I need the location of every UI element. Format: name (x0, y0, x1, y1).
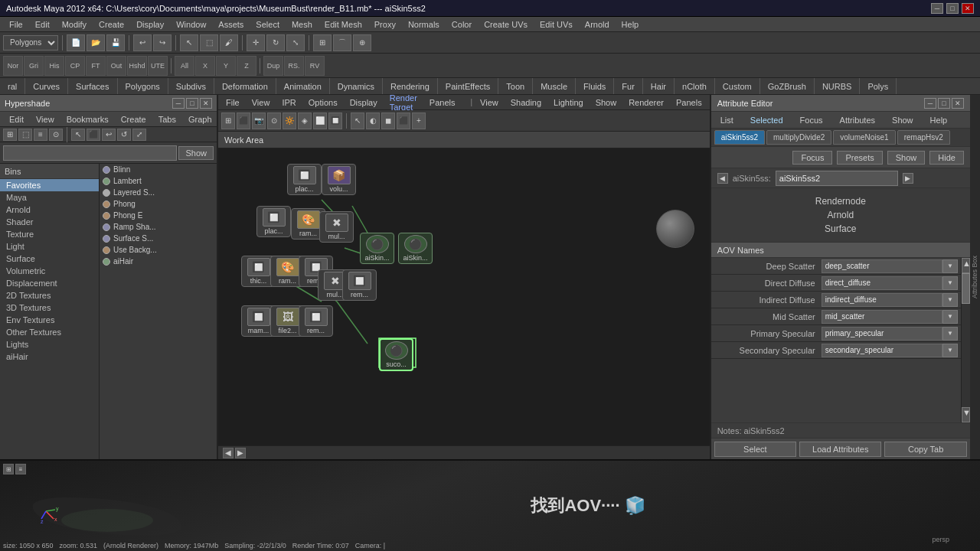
hs-list-aihair[interactable]: aiHair (0, 350, 99, 363)
vp-tb-btn6[interactable]: ◈ (298, 112, 312, 129)
tb-open[interactable]: 📂 (87, 34, 105, 51)
hs-menu-create[interactable]: Create (115, 113, 152, 126)
vp-tb-btn4[interactable]: ⊙ (267, 112, 281, 129)
tb-select[interactable]: ↖ (180, 34, 198, 51)
node-plac2[interactable]: 🔲 plac... (256, 206, 291, 237)
aov-secondary-specular-dropdown[interactable]: ▼ (942, 344, 958, 357)
hs-tb-btn5[interactable]: ↖ (71, 129, 85, 141)
node-aiskin2[interactable]: ⚫ aiSkin... (398, 233, 433, 264)
view-menu-view2[interactable]: View (475, 97, 503, 108)
shelf-ncloth[interactable]: nCloth (675, 78, 715, 94)
view-menu-renderer[interactable]: Renderer (624, 97, 668, 108)
view-menu-display[interactable]: Display (345, 97, 382, 108)
attr-tab-show[interactable]: Show (886, 114, 920, 126)
hs-list-favorites[interactable]: Favorites (0, 179, 99, 191)
shelf-surfaces[interactable]: Surfaces (68, 78, 117, 94)
shelf-toon[interactable]: Toon (498, 78, 533, 94)
menu-select[interactable]: Select (250, 18, 286, 31)
menu-window[interactable]: Window (170, 18, 212, 31)
tb2-z[interactable]: Z (237, 56, 256, 76)
view-menu-render-target[interactable]: Render Target (385, 93, 422, 112)
vp-tb-btn7[interactable]: ⬜ (313, 112, 327, 129)
menu-create[interactable]: Create (93, 18, 130, 31)
tb-snap-curve[interactable]: ⌒ (333, 34, 351, 51)
shape-select[interactable]: Polygons (3, 35, 58, 51)
shelf-custom[interactable]: Custom (715, 78, 760, 94)
tb2-all[interactable]: All (175, 56, 194, 76)
close-button[interactable]: ✕ (962, 3, 974, 14)
vp-tb-btn1[interactable]: ⊞ (221, 112, 235, 129)
menu-normals[interactable]: Normals (402, 18, 446, 31)
maximize-button[interactable]: □ (946, 3, 959, 14)
menu-help[interactable]: Help (616, 18, 645, 31)
hs-list-maya[interactable]: Maya (0, 191, 99, 204)
tb-scale[interactable]: ⤡ (286, 34, 305, 51)
hs-list-shader[interactable]: Shader (0, 216, 99, 228)
tb2-rs[interactable]: RS. (284, 56, 304, 76)
hs-list-volumetric[interactable]: Volumetric (0, 265, 99, 277)
menu-arnold[interactable]: Arnold (579, 18, 616, 31)
scrollbar-thumb[interactable] (962, 273, 970, 304)
hide-button[interactable]: Hide (929, 151, 964, 165)
aov-direct-diffuse-dropdown[interactable]: ▼ (942, 276, 958, 290)
nav-right[interactable]: ▶ (235, 448, 246, 458)
shader-aihair[interactable]: aiHair (100, 256, 217, 267)
focus-button[interactable]: Focus (792, 151, 832, 165)
show-button2[interactable]: Show (887, 151, 926, 165)
shelf-curves[interactable]: Curves (25, 78, 68, 94)
node-name-right-arrow[interactable]: ▶ (903, 173, 913, 184)
shelf-polys[interactable]: Polys (860, 78, 897, 94)
vp-overlay-btn2[interactable]: ≡ (15, 464, 26, 474)
node-name-left-arrow[interactable]: ◀ (717, 173, 728, 184)
hs-menu-tabs[interactable]: Tabs (152, 113, 182, 126)
hs-tb-btn8[interactable]: ↺ (117, 129, 131, 141)
hypershade-show-button[interactable]: Show (178, 146, 214, 160)
hs-menu-edit[interactable]: Edit (3, 113, 30, 126)
attr-close[interactable]: ✕ (952, 98, 964, 109)
node-aiskin1[interactable]: ⚫ aiSkin... (360, 233, 394, 264)
attr-tab-attributes[interactable]: Attributes (834, 114, 881, 126)
shelf-dynamics[interactable]: Dynamics (330, 78, 383, 94)
hs-menu-graph[interactable]: Graph (182, 113, 218, 126)
shelf-animation[interactable]: Animation (276, 78, 330, 94)
aov-mid-scatter-dropdown[interactable]: ▼ (942, 310, 958, 324)
hs-tb-btn2[interactable]: ⬚ (18, 129, 32, 141)
tb2-rv[interactable]: RV (305, 56, 325, 76)
aov-scrollbar[interactable]: ▲ ▼ (961, 258, 970, 422)
tb-save[interactable]: 💾 (106, 34, 125, 51)
hs-list-light[interactable]: Light (0, 240, 99, 253)
shader-layered[interactable]: Layered S... (100, 187, 217, 198)
attr-tab-list[interactable]: List (714, 114, 740, 126)
menu-color[interactable]: Color (446, 18, 478, 31)
vp-tb-btn9[interactable]: ↖ (351, 112, 364, 129)
tb-redo[interactable]: ↪ (153, 34, 172, 51)
tb2-gri[interactable]: Gri (24, 56, 44, 76)
menu-edit-uvs[interactable]: Edit UVs (534, 18, 579, 31)
node-plac1[interactable]: 🔲 plac... (287, 164, 322, 195)
node-name-input[interactable] (776, 171, 898, 186)
aov-primary-specular-dropdown[interactable]: ▼ (942, 327, 958, 341)
view-menu-shading[interactable]: Shading (506, 97, 546, 108)
view-menu-file[interactable]: File (221, 97, 244, 108)
hs-list-arnold[interactable]: Arnold (0, 204, 99, 216)
shader-blinn[interactable]: Blinn (100, 164, 217, 175)
vp-overlay-btn1[interactable]: ⊞ (3, 464, 14, 474)
attr-maximize[interactable]: □ (938, 98, 950, 109)
tb2-nor[interactable]: Nor (3, 56, 23, 76)
node-tab-volumenoise1[interactable]: volumeNoise1 (833, 130, 895, 145)
shelf-nurbs[interactable]: NURBS (815, 78, 861, 94)
tb2-x[interactable]: X (195, 56, 215, 76)
hs-list-2dtex[interactable]: 2D Textures (0, 289, 99, 302)
shelf-gozbrush[interactable]: GoZBrush (760, 78, 815, 94)
shelf-hair[interactable]: Hair (643, 78, 675, 94)
attr-tab-focus[interactable]: Focus (794, 114, 829, 126)
hs-list-texture[interactable]: Texture (0, 228, 99, 240)
tb2-dup[interactable]: Dup (263, 56, 283, 76)
tb2-out[interactable]: Out (106, 56, 126, 76)
hs-tb-btn1[interactable]: ⊞ (3, 129, 17, 141)
vp-tb-btn5[interactable]: 🔆 (283, 112, 296, 129)
tb2-ute[interactable]: UTE (148, 56, 168, 76)
tb2-y[interactable]: Y (216, 56, 236, 76)
menu-create-uvs[interactable]: Create UVs (478, 18, 534, 31)
node-tab-aiskin5ss2[interactable]: aiSkin5ss2 (714, 130, 765, 145)
